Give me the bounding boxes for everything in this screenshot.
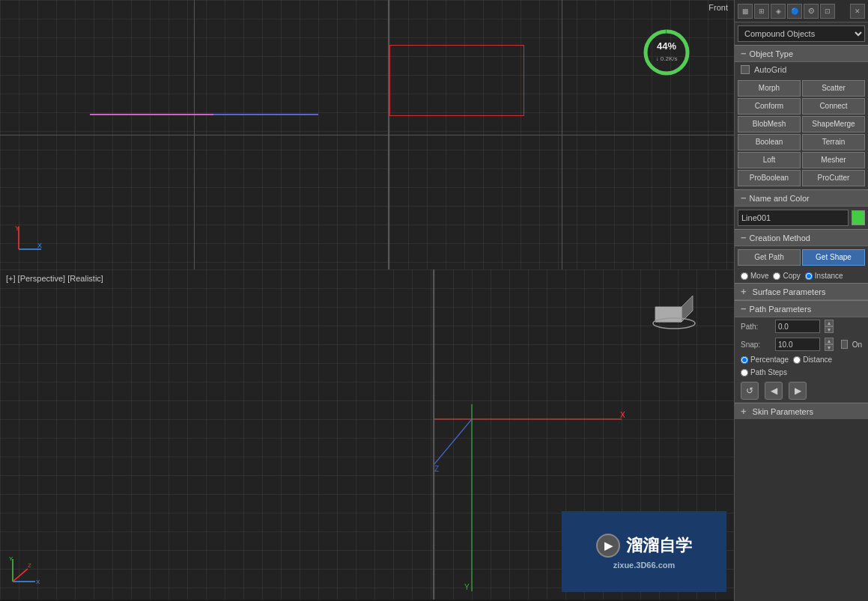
radio-copy[interactable]: Copy bbox=[773, 272, 800, 280]
btn-mesher[interactable]: Mesher bbox=[802, 152, 865, 168]
btn-connect[interactable]: Connect bbox=[802, 98, 865, 115]
btn-boolean[interactable]: Boolean bbox=[738, 134, 801, 150]
watermark: ▶ 溜溜自学 zixue.3D66.com bbox=[562, 511, 726, 592]
svg-text:44%: 44% bbox=[657, 40, 676, 52]
creation-method-buttons: Get Path Get Shape bbox=[735, 246, 868, 269]
svg-text:X: X bbox=[37, 242, 42, 249]
icon-prev[interactable]: ◀ bbox=[765, 382, 783, 400]
btn-loft[interactable]: Loft bbox=[738, 152, 801, 168]
viewport-top-right[interactable]: Front 44% ↓ 0.2K/s bbox=[389, 0, 734, 269]
svg-text:Z: Z bbox=[434, 465, 439, 473]
name-color-section-header[interactable]: − Name and Color bbox=[735, 189, 868, 207]
btn-get-path[interactable]: Get Path bbox=[738, 249, 801, 266]
skin-params-header[interactable]: + Skin Parameters bbox=[735, 403, 868, 419]
snap-spin-down[interactable]: ▼ bbox=[825, 344, 834, 351]
surface-plus-icon: + bbox=[741, 286, 747, 297]
perspective-grid bbox=[0, 269, 433, 600]
svg-text:Y: Y bbox=[464, 583, 470, 591]
btn-conform[interactable]: Conform bbox=[738, 98, 801, 115]
radio-percentage[interactable]: Percentage bbox=[741, 356, 789, 364]
creation-method-title: Creation Method bbox=[750, 234, 810, 242]
toolbar-icon-2[interactable]: ⊞ bbox=[754, 4, 769, 19]
svg-marker-35 bbox=[682, 296, 693, 322]
radio-move[interactable]: Move bbox=[741, 272, 768, 280]
path-value-row: Path: ▲ ▼ bbox=[735, 317, 868, 335]
viewport-top-container: X Y Front 44% ↓ 0.2K/s bbox=[0, 0, 734, 269]
viewport-bottom-right[interactable]: X Y Z ▶ 溜溜自学 zixue.3D66.com bbox=[434, 269, 734, 600]
svg-line-30 bbox=[13, 569, 28, 582]
btn-shapemerge[interactable]: ShapeMerge bbox=[802, 116, 865, 132]
toolbar-icon-5[interactable]: ⭙ bbox=[804, 4, 819, 19]
axis-indicator-bottom: X Y Z bbox=[9, 555, 43, 591]
watermark-url: zixue.3D66.com bbox=[613, 561, 676, 570]
svg-text:X: X bbox=[36, 579, 40, 585]
top-toolbar: ▩ ⊞ ◈ 🔵 ⭙ ⊡ ✕ bbox=[735, 0, 868, 22]
path-spin-down[interactable]: ▼ bbox=[825, 326, 834, 333]
snap-spinners: ▲ ▼ bbox=[825, 338, 834, 351]
btn-get-shape[interactable]: Get Shape bbox=[802, 249, 865, 266]
icon-row: ↺ ◀ ▶ bbox=[735, 379, 868, 403]
svg-text:Y: Y bbox=[15, 225, 19, 232]
icon-refresh[interactable]: ↺ bbox=[741, 382, 759, 400]
btn-procutter[interactable]: ProCutter bbox=[802, 170, 865, 186]
btn-scatter[interactable]: Scatter bbox=[802, 80, 865, 97]
pct-dist-row: Percentage Distance bbox=[735, 353, 868, 366]
skin-params-title: Skin Parameters bbox=[753, 407, 813, 416]
viewport-perspective-label: [+] [Perspective] [Realistic] bbox=[6, 274, 103, 283]
toolbar-icon-4[interactable]: 🔵 bbox=[787, 4, 802, 19]
svg-text:Z: Z bbox=[28, 562, 31, 569]
dropdown-row: Compound ObjectsStandard PrimitivesExten… bbox=[735, 22, 868, 45]
snap-input[interactable] bbox=[775, 338, 820, 351]
btn-morph[interactable]: Morph bbox=[738, 80, 801, 97]
snap-value-row: Snap: ▲ ▼ On bbox=[735, 335, 868, 353]
btn-blobmesh[interactable]: BlobMesh bbox=[738, 116, 801, 132]
name-input[interactable] bbox=[738, 210, 849, 226]
snap-label: Snap: bbox=[741, 341, 771, 349]
path-input[interactable] bbox=[775, 320, 820, 333]
path-spin-up[interactable]: ▲ bbox=[825, 320, 834, 326]
name-color-minus: − bbox=[741, 192, 747, 204]
on-checkbox[interactable] bbox=[841, 340, 848, 349]
svg-text:↓ 0.2K/s: ↓ 0.2K/s bbox=[656, 55, 678, 62]
right-panel: ▩ ⊞ ◈ 🔵 ⭙ ⊡ ✕ Compound ObjectsStandard P… bbox=[734, 0, 868, 601]
path-steps-row: Path Steps bbox=[735, 366, 868, 379]
viewport-bottom-left[interactable]: [+] [Perspective] [Realistic] bbox=[0, 269, 434, 600]
btn-terrain[interactable]: Terrain bbox=[802, 134, 865, 150]
radio-path-steps[interactable]: Path Steps bbox=[741, 368, 787, 376]
color-swatch[interactable] bbox=[852, 210, 865, 225]
svg-point-5 bbox=[646, 31, 688, 73]
surface-params-header[interactable]: + Surface Parameters bbox=[735, 283, 868, 300]
path-params-minus: − bbox=[741, 303, 747, 314]
toolbar-icon-1[interactable]: ▩ bbox=[738, 4, 753, 19]
viewport-bottom-container: [+] [Perspective] [Realistic] bbox=[0, 269, 734, 600]
svg-line-40 bbox=[434, 419, 472, 464]
path-params-section-header[interactable]: − Path Parameters bbox=[735, 300, 868, 317]
toolbar-icon-close[interactable]: ✕ bbox=[850, 4, 865, 19]
cube-icon-container bbox=[644, 284, 704, 338]
svg-text:Y: Y bbox=[9, 555, 13, 562]
creation-method-section-header[interactable]: − Creation Method bbox=[735, 229, 868, 246]
snap-spin-up[interactable]: ▲ bbox=[825, 338, 834, 344]
main-area: X Y Front 44% ↓ 0.2K/s bbox=[0, 0, 734, 601]
progress-circle: 44% ↓ 0.2K/s bbox=[640, 26, 693, 80]
viewport-top-right-label: Front bbox=[708, 3, 728, 12]
name-color-title: Name and Color bbox=[750, 194, 810, 203]
toolbar-icon-6[interactable]: ⊡ bbox=[820, 4, 835, 19]
object-type-section-header[interactable]: − Object Type bbox=[735, 45, 868, 62]
red-selection-rect bbox=[389, 45, 524, 116]
name-color-row bbox=[735, 207, 868, 229]
icon-next[interactable]: ▶ bbox=[789, 382, 807, 400]
autogrid-checkbox[interactable] bbox=[741, 65, 750, 74]
radio-distance[interactable]: Distance bbox=[793, 356, 832, 364]
btn-proboolean[interactable]: ProBoolean bbox=[738, 170, 801, 186]
axis-indicator-top: X Y bbox=[15, 223, 45, 254]
toolbar-icon-3[interactable]: ◈ bbox=[771, 4, 786, 19]
viewport-top-left[interactable]: X Y bbox=[0, 0, 389, 269]
object-type-dropdown[interactable]: Compound ObjectsStandard PrimitivesExten… bbox=[738, 25, 865, 42]
autogrid-label: AutoGrid bbox=[754, 65, 786, 74]
radio-instance[interactable]: Instance bbox=[805, 272, 843, 280]
path-line-blue bbox=[213, 114, 318, 115]
move-copy-instance-row: Move Copy Instance bbox=[735, 269, 868, 283]
skin-plus-icon: + bbox=[741, 406, 747, 417]
object-type-buttons: Morph Scatter Conform Connect BlobMesh S… bbox=[735, 77, 868, 189]
